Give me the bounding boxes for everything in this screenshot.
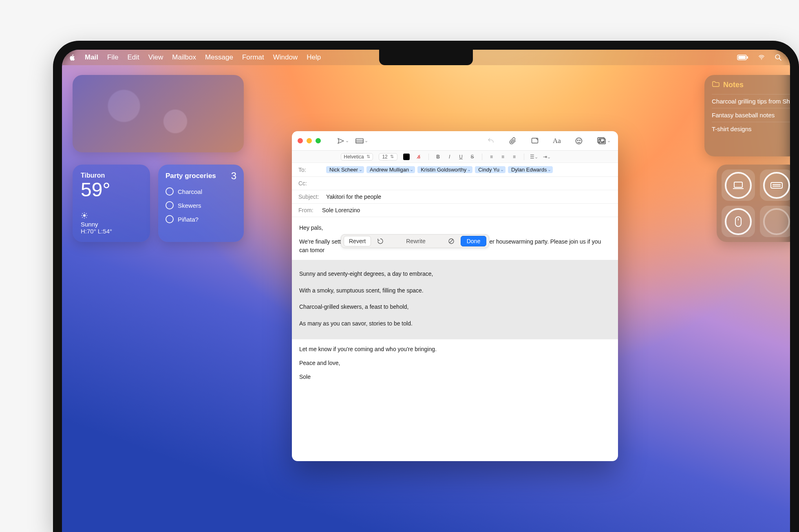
sun-icon (81, 212, 88, 221)
apple-menu[interactable] (68, 54, 76, 61)
weather-hilo: H:70° L:54° (81, 228, 142, 235)
recipient-pill[interactable]: Dylan Edwards⌄ (508, 166, 553, 173)
from-label: From: (298, 207, 318, 213)
text-color-button[interactable] (403, 154, 410, 160)
devices-widget[interactable] (717, 165, 790, 242)
svg-point-27 (578, 140, 578, 141)
recipient-pill[interactable]: Kristin Goldsworthy⌄ (417, 166, 472, 173)
menubar-window[interactable]: Window (273, 53, 298, 62)
reminder-item[interactable]: Skewers (166, 201, 236, 209)
clear-style-button[interactable]: a̸ (415, 154, 423, 160)
weather-location: Tiburon (81, 172, 142, 179)
svg-point-3 (761, 59, 762, 60)
format-button[interactable]: Aa (550, 135, 564, 147)
attach-button[interactable] (506, 135, 520, 147)
emoji-button[interactable] (572, 135, 586, 147)
recipient-pill[interactable]: Nick Scheer⌄ (326, 166, 364, 173)
weather-widget[interactable]: Tiburon 59° Sunny H:70° L:54° (73, 165, 150, 242)
from-row[interactable]: From: Sole Lorenzino (292, 204, 618, 217)
note-item[interactable]: T-shirt designs (712, 122, 790, 136)
skip-icon[interactable] (447, 237, 456, 246)
svg-point-31 (600, 139, 601, 140)
font-size-select[interactable]: 12 ⇅ (379, 153, 397, 160)
indent-button[interactable]: ⇥⌄ (543, 154, 550, 160)
svg-point-26 (576, 138, 582, 144)
device-keyboard[interactable] (760, 169, 790, 201)
reply-button[interactable] (484, 135, 498, 147)
menubar-edit[interactable]: Edit (127, 53, 139, 62)
reminder-label: Charcoal (178, 188, 202, 195)
photo-widget[interactable] (73, 75, 244, 152)
svg-rect-1 (738, 56, 746, 59)
align-right-button[interactable]: ≡ (511, 154, 518, 160)
menubar-help[interactable]: Help (307, 53, 321, 62)
svg-rect-22 (356, 138, 363, 143)
send-button[interactable]: ⌄ (334, 135, 351, 147)
reminder-item[interactable]: Charcoal (166, 187, 236, 196)
menubar-app[interactable]: Mail (85, 53, 98, 62)
bold-button[interactable]: B (435, 154, 442, 160)
subject-value[interactable]: Yakitori for the people (326, 193, 381, 200)
done-button[interactable]: Done (461, 236, 486, 246)
device-laptop[interactable] (722, 169, 755, 201)
revert-button[interactable]: Revert (344, 236, 371, 246)
window-zoom-button[interactable] (316, 138, 321, 143)
menubar-format[interactable]: Format (242, 53, 264, 62)
svg-line-33 (450, 240, 453, 243)
spotlight-icon[interactable] (775, 54, 782, 61)
window-close-button[interactable] (298, 138, 303, 143)
font-family-select[interactable]: Helvetica ⇅ (341, 153, 373, 160)
recipient-pill[interactable]: Cindy Yu⌄ (475, 166, 505, 173)
device-mouse[interactable] (722, 206, 755, 237)
photo-browser-button[interactable]: ⌄ (594, 135, 612, 147)
svg-point-28 (580, 140, 580, 141)
svg-rect-2 (747, 56, 748, 59)
reminder-checkbox[interactable] (166, 201, 174, 209)
wifi-icon[interactable] (757, 54, 766, 61)
svg-point-6 (83, 214, 86, 217)
notes-widget[interactable]: Notes Charcoal grilling tips from Sh Fan… (704, 75, 790, 156)
subject-row[interactable]: Subject: Yakitori for the people (292, 190, 618, 204)
menubar-mailbox[interactable]: Mailbox (172, 53, 196, 62)
reminder-checkbox[interactable] (166, 215, 174, 223)
battery-icon[interactable] (737, 55, 748, 60)
undo-icon[interactable] (376, 237, 385, 246)
align-center-button[interactable]: ≡ (499, 154, 507, 160)
body-outro: Let me know if you're coming and who you… (299, 345, 611, 353)
chevron-down-icon: ⌄ (364, 138, 368, 143)
reminder-checkbox[interactable] (166, 187, 174, 196)
to-row[interactable]: To: Nick Scheer⌄ Andrew Mulligan⌄ Kristi… (292, 163, 618, 177)
message-body[interactable]: Hey pals, We're finally settled into the… (292, 217, 618, 393)
strike-button[interactable]: S (469, 154, 476, 160)
note-item[interactable]: Fantasy baseball notes (712, 108, 790, 122)
menubar-message[interactable]: Message (205, 53, 233, 62)
recipient-pill[interactable]: Andrew Mulligan⌄ (366, 166, 415, 173)
italic-button[interactable]: I (446, 154, 453, 160)
window-minimize-button[interactable] (307, 138, 312, 143)
cc-row[interactable]: Cc: (292, 177, 618, 190)
font-family-value: Helvetica (344, 154, 364, 160)
header-fields-button[interactable]: ⌄ (352, 135, 370, 147)
updown-icon: ⇅ (390, 154, 394, 159)
device-empty[interactable] (760, 206, 790, 237)
reminders-count: 3 (231, 170, 236, 182)
underline-button[interactable]: U (457, 154, 465, 160)
from-value[interactable]: Sole Lorenzino (322, 207, 360, 213)
format-bar: Helvetica ⇅ 12 ⇅ a̸ B I U S ≡ (292, 151, 618, 163)
menubar-file[interactable]: File (107, 53, 118, 62)
cc-label: Cc: (298, 180, 322, 187)
svg-line-11 (82, 213, 83, 214)
menubar-view[interactable]: View (148, 53, 163, 62)
markup-button[interactable] (528, 135, 542, 147)
align-left-button[interactable]: ≡ (488, 154, 495, 160)
note-item[interactable]: Charcoal grilling tips from Sh (712, 94, 790, 108)
mail-compose-window: ⌄ ⌄ Aa (292, 131, 618, 461)
svg-rect-15 (734, 182, 742, 187)
svg-line-14 (86, 213, 87, 214)
reminder-item[interactable]: Piñata? (166, 215, 236, 223)
body-signoff: Peace and love, (299, 359, 611, 367)
updown-icon: ⇅ (366, 154, 370, 159)
reminders-widget[interactable]: Party groceries 3 Charcoal Skewers Piñat… (158, 165, 244, 242)
rewrite-toolbar: Revert Rewrite Done (341, 234, 489, 248)
list-button[interactable]: ☰⌄ (530, 154, 537, 160)
